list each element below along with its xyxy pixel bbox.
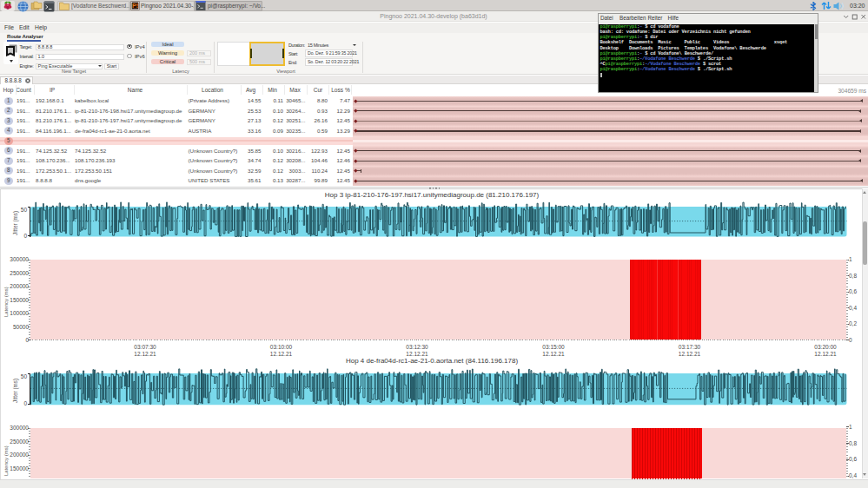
svg-text:P!: P! (132, 3, 138, 9)
